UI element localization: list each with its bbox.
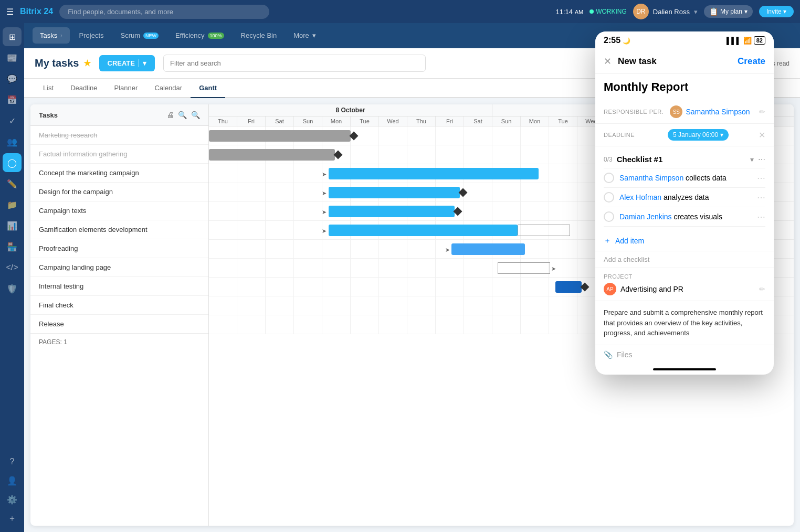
checklist-person-3[interactable]: Damian Jenkins [619, 212, 672, 221]
sidebar-item-folder[interactable]: 📁 [3, 195, 22, 214]
view-tab-calendar[interactable]: Calendar [146, 79, 191, 98]
checklist-item-more-1[interactable]: ⋯ [757, 173, 765, 183]
gantt-cell [521, 240, 549, 258]
task-item[interactable]: Campaing landing page [30, 258, 208, 277]
nav-tab-efficiency[interactable]: Efficiency 100% [168, 27, 231, 44]
day-header: Thu [407, 116, 436, 126]
sidebar-item-feed[interactable]: 📰 [3, 48, 22, 67]
sidebar-item-help[interactable]: ? [3, 452, 22, 471]
create-dropdown-arrow: ▾ [138, 59, 146, 67]
sidebar-item-chart[interactable]: 📊 [3, 216, 22, 235]
favorite-star-icon[interactable]: ★ [83, 58, 91, 68]
working-status: WORKING [590, 8, 627, 15]
working-label: WORKING [596, 8, 627, 15]
checklist-item-1: Samantha Simpson collects data ⋯ [604, 168, 765, 188]
add-item-plus-icon: ＋ [604, 236, 611, 246]
sidebar-bottom: ? 👤 ⚙️ ＋ [3, 452, 22, 528]
sidebar-item-calendar[interactable]: 📅 [3, 90, 22, 109]
project-edit-icon[interactable]: ✏ [759, 285, 765, 293]
sidebar-item-home[interactable]: ⊞ [3, 27, 22, 46]
gantt-cell [549, 240, 577, 258]
task-item[interactable]: Design for the campaign [30, 183, 208, 201]
view-tab-list[interactable]: List [35, 79, 62, 98]
nav-tab-recycle[interactable]: Recycle Bin [234, 27, 285, 44]
nav-tab-projects[interactable]: Projects [72, 27, 111, 44]
sidebar-item-crm[interactable]: ◯ [3, 153, 22, 172]
checklist-item-3: Damian Jenkins creates visuals ⋯ [604, 207, 765, 227]
day-header: Fri [436, 116, 464, 126]
day-header: Wed [379, 116, 407, 126]
gantt-cell [379, 278, 407, 296]
task-item[interactable]: Concept the marketing campaign [30, 164, 208, 183]
task-item[interactable]: Internal testing [30, 277, 208, 296]
plan-button[interactable]: 📋 My plan ▾ [704, 5, 753, 18]
checklist-item-more-2[interactable]: ⋯ [757, 193, 765, 203]
checklist-item-text-2: Alex Hofman analyzes data [619, 193, 752, 201]
sidebar-item-tasks[interactable]: ✓ [3, 111, 22, 130]
task-item[interactable]: Marketing research [30, 126, 208, 145]
sidebar-item-add[interactable]: ＋ [3, 509, 22, 528]
view-tab-deadline[interactable]: Deadline [62, 79, 106, 98]
gantt-bar-7 [451, 243, 525, 255]
mobile-create-button[interactable]: Create [738, 56, 765, 67]
sidebar-item-code[interactable]: </> [3, 258, 22, 277]
responsible-name[interactable]: Samantha Simpson [686, 108, 750, 116]
filter-search-input[interactable] [163, 55, 426, 72]
sidebar-item-shield[interactable]: 🛡️ [3, 279, 22, 298]
menu-icon[interactable]: ☰ [6, 7, 14, 17]
sidebar-item-contacts[interactable]: 👥 [3, 132, 22, 151]
checklist-item-more-3[interactable]: ⋯ [757, 212, 765, 222]
deadline-badge[interactable]: 5 January 06:00 ▾ [668, 129, 729, 141]
gantt-cell [521, 315, 549, 334]
project-avatar: AP [604, 283, 616, 295]
create-button[interactable]: CREATE ▾ [99, 55, 155, 71]
checklist-checkbox-1[interactable] [604, 173, 614, 183]
sidebar-item-edit[interactable]: ✏️ [3, 174, 22, 193]
close-button[interactable]: ✕ [604, 56, 612, 67]
add-checklist-button[interactable]: Add a checklist [595, 251, 774, 268]
checklist-checkbox-2[interactable] [604, 192, 614, 203]
global-search-input[interactable] [59, 5, 269, 19]
task-item[interactable]: Gamification elements development [30, 220, 208, 239]
checklist-collapse-icon[interactable]: ▾ [750, 155, 754, 164]
sidebar-item-chat[interactable]: 💬 [3, 69, 22, 88]
project-name[interactable]: Advertising and PR [620, 285, 755, 293]
nav-tab-scrum[interactable]: Scrum NEW [113, 27, 166, 44]
gantt-cell [237, 221, 266, 239]
day-header: Thu [209, 116, 237, 126]
task-item[interactable]: Campaign texts [30, 201, 208, 220]
user-dropdown-icon[interactable]: ▾ [694, 8, 698, 16]
invite-button[interactable]: Invite ▾ [759, 6, 794, 17]
task-item[interactable]: Factual information gathering [30, 145, 208, 164]
gantt-arrow-indicator: ➤ [551, 265, 556, 272]
task-list-header: Tasks 🖨 🔍 🔍 [30, 104, 208, 126]
mobile-time: 2:55 🌙 [604, 36, 630, 45]
zoom-out-icon[interactable]: 🔍 [178, 111, 187, 119]
responsible-edit-icon[interactable]: ✏ [759, 108, 765, 116]
checklist-person-1[interactable]: Samantha Simpson [619, 174, 683, 182]
checklist-person-2[interactable]: Alex Hofman [619, 193, 661, 201]
checklist-more-icon[interactable]: ⋯ [758, 155, 765, 164]
task-item[interactable]: Release [30, 315, 208, 334]
nav-tab-tasks[interactable]: Tasks › [33, 27, 70, 44]
battery-icon: 82 [754, 36, 765, 45]
add-item-button[interactable]: ＋ Add item [595, 231, 774, 251]
sidebar-item-settings[interactable]: ⚙️ [3, 490, 22, 509]
gantt-cell [492, 315, 521, 334]
day-header: Sat [464, 116, 492, 126]
view-tab-planner[interactable]: Planner [106, 79, 146, 98]
user-name: Dalien Ross [653, 8, 690, 16]
nav-tab-more[interactable]: More ▾ [286, 27, 323, 44]
task-item[interactable]: Proofreading [30, 239, 208, 258]
sidebar-item-store[interactable]: 🏪 [3, 237, 22, 256]
checklist-checkbox-3[interactable] [604, 211, 614, 222]
sidebar-item-user-settings[interactable]: 👤 [3, 471, 22, 490]
print-icon[interactable]: 🖨 [166, 111, 174, 119]
task-item[interactable]: Final check [30, 296, 208, 315]
gantt-arrow-indicator: ➤ [322, 190, 327, 197]
gantt-cell [379, 259, 407, 277]
gantt-cell [322, 278, 351, 296]
view-tab-gantt[interactable]: Gantt [191, 79, 225, 98]
zoom-in-icon[interactable]: 🔍 [191, 111, 200, 119]
deadline-clear-icon[interactable]: ✕ [759, 130, 765, 140]
